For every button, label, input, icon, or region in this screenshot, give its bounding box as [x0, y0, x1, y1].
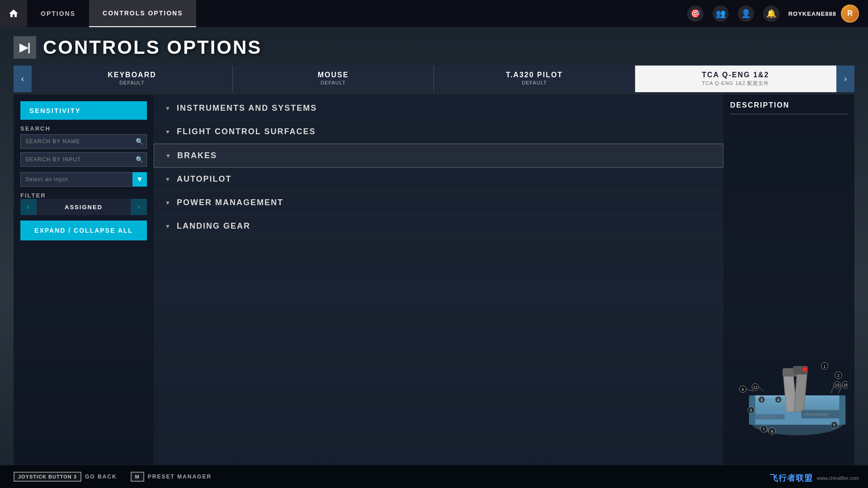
category-power-label: POWER MANAGEMENT	[177, 198, 283, 207]
svg-point-13	[803, 368, 807, 371]
svg-line-44	[831, 385, 834, 394]
search-by-name-wrapper: 🔍	[20, 134, 147, 149]
category-power-arrow: ▼	[165, 200, 171, 206]
category-landing-gear[interactable]: ▼ LANDING GEAR	[154, 215, 723, 238]
nav-icon-target[interactable]: 🎯	[687, 5, 703, 22]
nav-options-label[interactable]: OPTIONS	[27, 0, 89, 27]
nav-right: 🎯 👥 👤 🔔 ROYKEANE888 R	[687, 5, 868, 23]
tab-ta320-name: T.A320 PILOT	[443, 71, 626, 79]
username-label: ROYKEANE888	[788, 10, 836, 17]
tab-keyboard[interactable]: KEYBOARD DEFAULT	[32, 66, 233, 92]
preset-manager-key: M	[131, 472, 144, 482]
watermark: 飞行者联盟 www.chinaflier.com	[770, 473, 859, 483]
content-area: SENSITIVITY SEARCH 🔍 🔍 Select an input ▼	[0, 94, 868, 465]
svg-text:3: 3	[760, 398, 763, 402]
watermark-logo: 飞行者联盟	[770, 473, 813, 483]
filter-row: ‹ ASSIGNED ›	[20, 199, 147, 215]
tab-tca-name: TCA Q-ENG 1&2	[644, 71, 827, 79]
category-instruments[interactable]: ▼ INSTRUMENTS AND SYSTEMS	[154, 97, 723, 120]
search-by-name-input[interactable]	[20, 134, 147, 149]
filter-prev-button[interactable]: ‹	[20, 199, 37, 215]
category-autopilot[interactable]: ▼ AUTOPILOT	[154, 168, 723, 191]
device-svg: THRUSTMASTER THRUSTMASTER 1 2 3 4	[730, 341, 848, 450]
user-avatar: R	[841, 5, 859, 23]
preset-manager-label: PRESET MANAGER	[148, 474, 212, 480]
sensitivity-button[interactable]: SENSITIVITY	[20, 101, 147, 120]
center-panel[interactable]: ▼ INSTRUMENTS AND SYSTEMS ▼ FLIGHT CONTR…	[154, 94, 723, 465]
select-input-wrapper: Select an input ▼	[20, 172, 147, 187]
svg-text:6: 6	[833, 423, 835, 427]
category-brakes[interactable]: ▼ BRAKES	[154, 144, 723, 168]
filter-next-button[interactable]: ›	[131, 199, 147, 215]
nav-icon-bell[interactable]: 🔔	[763, 5, 779, 22]
top-nav: OPTIONS CONTROLS OPTIONS 🎯 👥 👤 🔔 ROYKEAN…	[0, 0, 868, 27]
expand-collapse-button[interactable]: EXPAND / COLLAPSE ALL	[20, 221, 147, 240]
svg-text:1: 1	[824, 364, 826, 369]
svg-text:8: 8	[771, 429, 774, 434]
tab-keyboard-sub: DEFAULT	[41, 80, 223, 85]
svg-text:9: 9	[742, 387, 744, 392]
go-back-label: GO BACK	[85, 474, 117, 480]
description-title: DESCRIPTION	[730, 101, 848, 114]
category-landing-label: LANDING GEAR	[177, 221, 250, 231]
device-image: THRUSTMASTER THRUSTMASTER 1 2 3 4	[730, 332, 848, 459]
home-button[interactable]	[0, 0, 27, 27]
search-by-input-input[interactable]	[20, 152, 147, 167]
category-flight-control[interactable]: ▼ FLIGHT CONTROL SURFACES	[154, 120, 723, 144]
nav-user[interactable]: ROYKEANE888 R	[788, 5, 859, 23]
main-content: ▶| CONTROLS OPTIONS ‹ KEYBOARD DEFAULT M…	[0, 27, 868, 465]
tab-tca-sub: TCA Q-ENG 1&2 配置文件	[644, 80, 827, 87]
right-panel: DESCRIPTION	[723, 94, 854, 465]
svg-text:2: 2	[837, 373, 840, 378]
svg-text:13: 13	[835, 383, 840, 388]
nav-controls-options-label[interactable]: CONTROLS OPTIONS	[89, 0, 196, 27]
svg-text:5: 5	[750, 408, 752, 413]
svg-text:THRUSTMASTER: THRUSTMASTER	[757, 416, 778, 418]
tab-bar: ‹ KEYBOARD DEFAULT MOUSE DEFAULT T.A320 …	[14, 66, 854, 92]
filter-section: FILTER ‹ ASSIGNED ›	[20, 192, 147, 215]
search-by-input-wrapper: 🔍	[20, 152, 147, 167]
page-title: CONTROLS OPTIONS	[43, 37, 262, 58]
category-flight-label: FLIGHT CONTROL SURFACES	[177, 127, 316, 136]
go-back-key: JOYSTICK BUTTON 3	[14, 472, 81, 482]
category-autopilot-arrow: ▼	[165, 176, 171, 183]
nav-icon-group[interactable]: 👥	[712, 5, 729, 22]
tab-next-button[interactable]: ›	[836, 66, 854, 92]
tab-ta320-sub: DEFAULT	[443, 80, 626, 85]
svg-line-43	[759, 387, 764, 391]
svg-text:THRUSTMASTER: THRUSTMASTER	[804, 413, 828, 417]
search-name-icon: 🔍	[136, 138, 143, 145]
category-autopilot-label: AUTOPILOT	[177, 174, 232, 184]
tab-prev-button[interactable]: ‹	[14, 66, 32, 92]
svg-text:11: 11	[753, 385, 758, 389]
page-header: ▶| CONTROLS OPTIONS	[0, 27, 868, 63]
category-flight-arrow: ▼	[165, 129, 171, 135]
category-landing-arrow: ▼	[165, 223, 171, 230]
tab-mouse[interactable]: MOUSE DEFAULT	[233, 66, 434, 92]
search-input-icon: 🔍	[136, 156, 143, 163]
tab-mouse-sub: DEFAULT	[242, 80, 425, 85]
search-label: SEARCH	[20, 125, 147, 132]
go-back-action[interactable]: JOYSTICK BUTTON 3 GO BACK	[14, 472, 117, 482]
select-input-dropdown[interactable]: Select an input	[20, 172, 147, 187]
svg-line-42	[746, 389, 753, 391]
category-instruments-label: INSTRUMENTS AND SYSTEMS	[177, 103, 317, 113]
search-section: SEARCH 🔍 🔍	[20, 125, 147, 167]
category-power[interactable]: ▼ POWER MANAGEMENT	[154, 191, 723, 215]
category-instruments-arrow: ▼	[165, 105, 171, 112]
svg-text:7: 7	[763, 427, 765, 432]
category-brakes-label: BRAKES	[177, 151, 217, 160]
tab-mouse-name: MOUSE	[242, 71, 425, 79]
bottom-bar: JOYSTICK BUTTON 3 GO BACK M PRESET MANAG…	[0, 465, 868, 488]
category-brakes-arrow: ▼	[165, 153, 172, 159]
nav-icon-user[interactable]: 👤	[738, 5, 754, 22]
svg-text:4: 4	[777, 398, 779, 402]
filter-value-label: ASSIGNED	[37, 199, 131, 215]
preset-manager-action[interactable]: M PRESET MANAGER	[131, 472, 212, 482]
tab-keyboard-name: KEYBOARD	[41, 71, 223, 79]
tab-tca-qeng[interactable]: TCA Q-ENG 1&2 TCA Q-ENG 1&2 配置文件	[635, 66, 836, 92]
watermark-url: www.chinaflier.com	[816, 475, 859, 481]
svg-rect-4	[839, 395, 845, 425]
page-icon: ▶|	[14, 36, 36, 59]
tab-ta320[interactable]: T.A320 PILOT DEFAULT	[434, 66, 635, 92]
